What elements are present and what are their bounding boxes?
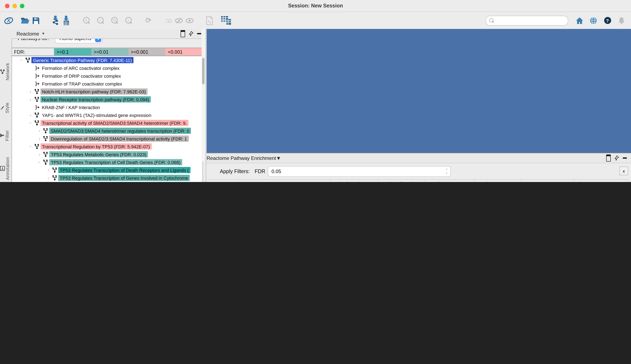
column-header[interactable]: P-value [475, 180, 522, 182]
help-icon[interactable]: ? [602, 15, 613, 26]
zoom-window-button[interactable] [20, 4, 24, 8]
expand-arrow-icon[interactable]: › [37, 160, 42, 165]
chevron-down-icon[interactable]: ▼ [42, 32, 45, 36]
tree-item[interactable]: ›Downregulation of SMAD2/3:SMAD4 transcr… [12, 135, 202, 142]
pathway-icon [42, 128, 49, 134]
reactome-panel-header: Reactome ▼ [12, 29, 205, 39]
tree-item[interactable]: ›Notch-HLH transcription pathway (FDR: 7… [12, 88, 202, 96]
column-header[interactable]: ProteinFromGene... [426, 180, 475, 182]
clone-network-icon [204, 15, 215, 26]
import-table-button[interactable] [61, 15, 72, 26]
tree-item-label: Formation of DRIP coactivator complex [40, 73, 122, 79]
import-network-button[interactable] [50, 15, 61, 26]
tree-item[interactable]: ›TP53 Regulates Transcription of Genes I… [12, 174, 202, 182]
enrichment-panel-header: Reactome Pathway Enrichment ▼ [206, 153, 631, 163]
tree-item[interactable]: ›Transcriptional Regulation by TP53 (FDR… [12, 142, 202, 150]
column-header[interactable]: FDR [522, 180, 574, 182]
column-header[interactable]: ReactomePathway [208, 180, 330, 182]
tree-item-label: TP53 Regulates Transcription of Genes In… [58, 175, 190, 181]
minimize-panel-icon[interactable] [197, 33, 201, 34]
home-icon[interactable] [574, 15, 585, 26]
show-details-icon [184, 15, 195, 26]
zoom-out-icon: − [95, 15, 106, 26]
tree-item[interactable]: Formation of DRIP coactivator complex [12, 72, 202, 80]
tree-item-label: TP53 Regulates Transcription of Death Re… [58, 167, 190, 173]
tree-item[interactable]: ›Nuclear Receptor transcription pathway … [12, 96, 202, 103]
close-window-button[interactable] [5, 4, 10, 8]
tree-item[interactable]: ›YAP1- and WWTR1 (TAZ)-stimulated gene e… [12, 111, 202, 119]
leaf-icon [33, 73, 40, 78]
float-panel-icon[interactable] [606, 154, 611, 162]
reactome-panel: Reactome ▼ Pathways for: Homo sapiens ▲▼… [12, 29, 205, 182]
sidebar-tab-network[interactable]: Network [0, 63, 12, 80]
zoom-fit-icon: ❐ [109, 15, 120, 26]
tree-item[interactable]: ›TP53 Regulates Transcription of Caspase… [12, 182, 202, 182]
tree-item-label: Transcriptional activity of SMAD2/SMAD3:… [40, 120, 188, 126]
pathway-icon [51, 167, 58, 173]
minimize-panel-icon[interactable] [623, 158, 627, 159]
expand-arrow-icon[interactable]: › [37, 136, 42, 141]
tree-item[interactable]: ›Transcriptional activity of SMAD2/SMAD3… [12, 119, 202, 127]
minimize-window-button[interactable] [12, 4, 17, 8]
fdr-filter-select[interactable]: 0.05 ⌃⌄ [268, 166, 451, 177]
column-header[interactable]: RatioOfProteinInP... [330, 180, 378, 182]
pin-panel-icon[interactable] [189, 31, 194, 36]
pin-panel-icon[interactable] [614, 155, 619, 161]
tree-vertical-scrollbar[interactable] [202, 56, 203, 162]
network-view[interactable] [206, 29, 631, 153]
save-session-button[interactable] [30, 15, 41, 26]
sidebar-tab-style[interactable]: Style [0, 102, 12, 113]
sidebar-tab-filter[interactable]: Filter [0, 130, 12, 141]
title-bar: Session: New Session [0, 0, 631, 12]
chevron-down-icon[interactable]: ▼ [276, 155, 281, 161]
expand-arrow-icon[interactable]: › [37, 152, 42, 156]
brush-icon [0, 106, 4, 110]
expand-arrow-icon[interactable]: › [37, 128, 42, 133]
expand-arrow-icon[interactable]: › [28, 113, 33, 117]
globe-icon[interactable] [588, 15, 599, 26]
search-icon [489, 18, 494, 23]
tree-item[interactable]: Formation of ARC coactivator complex [12, 64, 202, 72]
application-window: Session: New Session + − ❐ ✓ ⟳ ⌂⌂ [0, 0, 631, 182]
tree-item[interactable]: ›TP53 Regulates Transcription of Death R… [12, 166, 202, 174]
float-panel-icon[interactable] [180, 30, 185, 37]
pathway-icon [42, 160, 49, 165]
network-icon [0, 69, 5, 74]
tree-item[interactable]: ›TP53 Regulates Metabolic Genes (FDR: 0.… [12, 150, 202, 158]
tree-item-label: Generic Transcription Pathway (FDR: 7.43… [32, 57, 134, 63]
tree-item-label: TP53 Regulates Metabolic Genes (FDR: 0.0… [49, 151, 148, 158]
search-input[interactable] [486, 16, 568, 26]
hide-details-icon [174, 15, 184, 26]
reactome-panel-title: Reactome [16, 31, 39, 36]
expand-arrow-icon[interactable]: › [28, 97, 33, 102]
pathway-icon [33, 89, 40, 94]
open-session-button[interactable] [20, 15, 30, 26]
leaf-icon [33, 81, 40, 86]
apply-filters-label: Apply Filters: [220, 168, 250, 174]
column-header[interactable]: HitGenes [574, 180, 628, 182]
filter-name-label: FDR [255, 168, 265, 174]
enrichment-panel-title: Reactome Pathway Enrichment [206, 155, 276, 161]
open-table-panel-button[interactable] [221, 15, 232, 26]
main-toolbar: + − ❐ ✓ ⟳ ⌂⌂ ? [0, 12, 631, 29]
tree-item[interactable]: KRAB-ZNF / KAP Interaction [12, 103, 202, 111]
tree-item-label: Downregulation of SMAD2/3:SMAD4 transcri… [49, 136, 189, 142]
fdr-bucket: >=0.01 [91, 48, 128, 55]
expand-arrow-icon[interactable]: › [28, 144, 33, 149]
column-header[interactable]: NumberOfProteinI... [378, 180, 426, 182]
fdr-legend: FDR: >=0.1>=0.01>=0.001<0.001 [12, 48, 203, 56]
close-filter-button[interactable]: x [620, 166, 628, 175]
sidebar-tab-annotation[interactable]: Annotation [0, 157, 12, 180]
pathway-icon [42, 136, 49, 141]
expand-arrow-icon[interactable]: › [46, 176, 51, 180]
expand-arrow-icon[interactable]: › [20, 58, 24, 63]
pathway-icon [24, 58, 32, 63]
tree-item[interactable]: ›Generic Transcription Pathway (FDR: 7.4… [12, 56, 202, 64]
expand-arrow-icon[interactable]: › [46, 168, 51, 172]
tree-item[interactable]: ›SMAD2/SMAD3:SMAD4 heterotrimer regulate… [12, 127, 202, 135]
notifications-bell-icon[interactable] [616, 15, 627, 26]
tree-item[interactable]: Formation of TRAP coactivator complex [12, 80, 202, 88]
tree-item[interactable]: ›TP53 Regulates Transcription of Cell De… [12, 158, 202, 166]
expand-arrow-icon[interactable]: › [28, 89, 33, 94]
expand-arrow-icon[interactable]: › [28, 120, 33, 126]
